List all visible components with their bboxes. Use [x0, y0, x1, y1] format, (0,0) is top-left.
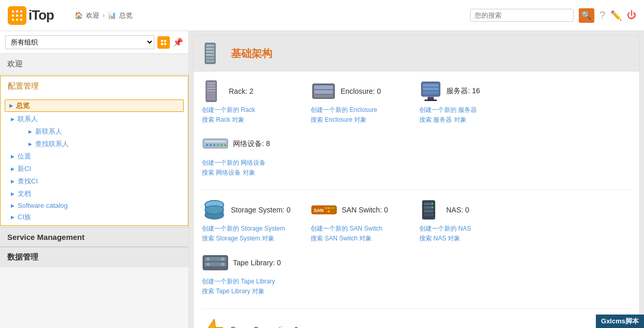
header: iTop 🏠 欢迎 › 📊 总览 🔍 ? ✏️ ⏻	[0, 0, 644, 31]
server-search-link[interactable]: 搜索 服务器 对象	[419, 116, 477, 124]
server-create-link[interactable]: 创建一个新的 服务器	[419, 106, 477, 115]
ci-storage: Storage System: 0 创建一个新的 Storage System …	[202, 198, 300, 243]
sidebar-section-config-mgmt: 配置管理 ▶ 总览 ▶ 联系人 ▶ 新联系人	[0, 76, 188, 226]
san-create-link[interactable]: 创建一个新的 SAN Switch	[311, 224, 383, 233]
svg-point-74	[207, 263, 210, 266]
server-count-row: 服务器: 16	[419, 80, 480, 103]
storage-search-link[interactable]: 搜索 Storage System 对象	[202, 234, 285, 243]
search-button[interactable]: 🔍	[579, 8, 594, 23]
svg-rect-28	[207, 90, 215, 92]
sidebar-contacts-label: 联系人	[18, 115, 38, 124]
network-search-link[interactable]: 搜索 网络设备 对象	[202, 168, 266, 177]
svg-point-73	[207, 258, 210, 261]
network-icon	[202, 133, 229, 155]
sidebar-new-ci-label: 新CI	[18, 164, 31, 174]
storage-icon	[202, 198, 227, 221]
org-pin-icon[interactable]: 📌	[173, 37, 183, 47]
nas-label: NAS: 0	[446, 206, 469, 214]
new-ci-arrow: ▶	[11, 166, 14, 172]
rack-icon	[202, 80, 225, 103]
header-right: 🔍 ? ✏️ ⏻	[470, 8, 636, 23]
sidebar-item-find-contact[interactable]: ▶ 查找联系人	[16, 138, 188, 150]
divider-1	[202, 190, 631, 190]
svg-rect-26	[207, 85, 215, 87]
sidebar-item-find-ci[interactable]: ▶ 查找CI	[1, 175, 188, 188]
svg-rect-58	[328, 207, 330, 209]
ci-family-arrow: ▶	[11, 215, 14, 220]
sidebar-item-new-contact[interactable]: ▶ 新联系人	[16, 125, 188, 138]
san-search-link[interactable]: 搜索 SAN Switch 对象	[311, 234, 383, 243]
sidebar-section-service-mgmt[interactable]: Service Management	[0, 227, 188, 247]
divider-2	[202, 308, 631, 309]
breadcrumb-welcome[interactable]: 欢迎	[86, 11, 99, 20]
sidebar-item-overview[interactable]: ▶ 总览	[5, 99, 184, 112]
svg-rect-30	[207, 95, 215, 97]
ci-tape: Tape Library: 0 创建一个新的 Tape Library 搜索 T…	[202, 251, 300, 296]
svg-rect-42	[203, 139, 228, 148]
tape-count-row: Tape Library: 0	[202, 251, 281, 274]
org-select[interactable]: 所有组织	[5, 35, 154, 49]
svg-rect-39	[423, 91, 438, 94]
network-create-link[interactable]: 创建一个新的 网络设备	[202, 159, 266, 167]
rack-links: 创建一个新的 Rack 搜索 Rack 对象	[202, 106, 255, 124]
help-button[interactable]: ?	[599, 9, 605, 21]
network-links: 创建一个新的 网络设备 搜索 网络设备 对象	[202, 159, 266, 177]
svg-point-44	[206, 144, 208, 146]
svg-rect-2	[12, 19, 14, 21]
tape-create-link[interactable]: 创建一个新的 Tape Library	[202, 277, 275, 286]
search-input[interactable]	[470, 9, 574, 22]
sidebar-item-new-ci[interactable]: ▶ 新CI	[1, 163, 188, 175]
nas-search-link[interactable]: 搜索 NAS 对象	[419, 234, 471, 243]
items-row-1: Rack: 2 创建一个新的 Rack 搜索 Rack 对象	[202, 80, 631, 186]
svg-rect-35	[314, 95, 333, 97]
svg-rect-31	[207, 98, 215, 99]
rack-create-link[interactable]: 创建一个新的 Rack	[202, 106, 255, 115]
sidebar-item-contacts[interactable]: ▶ 联系人	[1, 113, 188, 125]
sidebar-ci-family-label: CI族	[18, 212, 31, 222]
server-icon	[419, 80, 442, 103]
storage-create-link[interactable]: 创建一个新的 Storage System	[202, 224, 285, 233]
nas-create-link[interactable]: 创建一个新的 NAS	[419, 224, 471, 233]
sidebar-item-ci-family[interactable]: ▶ CI族	[1, 211, 188, 223]
enclosure-icon	[311, 80, 336, 103]
svg-point-67	[432, 203, 433, 205]
breadcrumb-overview: 总览	[119, 11, 133, 20]
power-button[interactable]: ⏻	[627, 10, 636, 21]
svg-rect-4	[16, 15, 18, 17]
svg-rect-27	[207, 88, 215, 89]
nas-icon	[419, 198, 442, 221]
sidebar-item-docs[interactable]: ▶ 文档	[1, 188, 188, 200]
svg-rect-41	[425, 99, 437, 101]
sidebar-section-welcome[interactable]: 欢迎	[0, 54, 188, 75]
svg-point-20	[212, 45, 213, 46]
svg-rect-11	[161, 43, 163, 45]
svg-point-75	[221, 258, 224, 261]
sidebar-item-software-catalog[interactable]: ▶ Software catalog	[1, 200, 188, 211]
storage-count-row: Storage System: 0	[202, 198, 290, 221]
enclosure-search-link[interactable]: 搜索 Enclosure 对象	[311, 116, 377, 124]
edit-button[interactable]: ✏️	[610, 10, 622, 21]
sidebar-find-contact-label: 查找联系人	[35, 139, 69, 149]
svg-point-47	[217, 144, 219, 146]
tape-search-link[interactable]: 搜索 Tape Library 对象	[202, 287, 275, 296]
overview-arrow: ▶	[9, 103, 13, 108]
enclosure-create-link[interactable]: 创建一个新的 Enclosure	[311, 106, 377, 115]
layout: 所有组织 📌 欢迎 配置管理	[0, 31, 644, 328]
svg-rect-9	[161, 40, 163, 42]
software-catalog-arrow: ▶	[11, 203, 14, 208]
watermark: Gxlcms脚本	[596, 315, 644, 328]
svg-rect-18	[206, 57, 214, 59]
sidebar-config-mgmt-header[interactable]: 配置管理	[1, 76, 188, 96]
items-row-2: Storage System: 0 创建一个新的 Storage System …	[202, 198, 631, 304]
sidebar-section-data-mgmt[interactable]: 数据管理	[0, 247, 188, 267]
org-action-button[interactable]	[157, 36, 170, 49]
chart-icon: 📊	[108, 11, 116, 19]
svg-rect-7	[20, 15, 22, 17]
network-count-row: 网络设备: 8	[202, 133, 270, 155]
svg-point-48	[221, 144, 223, 146]
rack-search-link[interactable]: 搜索 Rack 对象	[202, 116, 255, 124]
contacts-arrow: ▶	[11, 117, 14, 122]
sidebar-item-location[interactable]: ▶ 位置	[1, 150, 188, 163]
new-contact-arrow: ▶	[28, 129, 32, 134]
ci-san-switch: SAN SAN Switch: 0 创建一个新的 SAN Switch	[311, 198, 409, 243]
